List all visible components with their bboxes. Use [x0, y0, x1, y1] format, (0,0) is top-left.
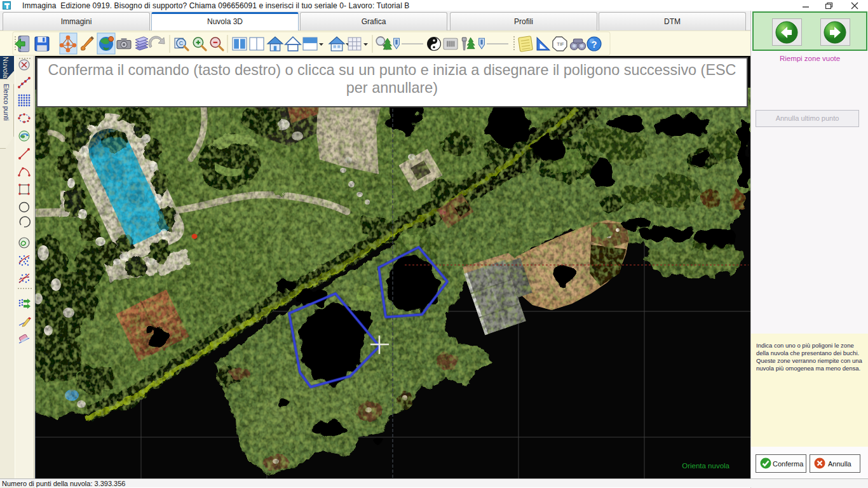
svg-text:?: ?	[592, 39, 597, 50]
svg-text:TIF: TIF	[557, 41, 564, 47]
svg-text:Orienta nuvola: Orienta nuvola	[682, 462, 729, 470]
svg-text:C: C	[179, 40, 184, 46]
